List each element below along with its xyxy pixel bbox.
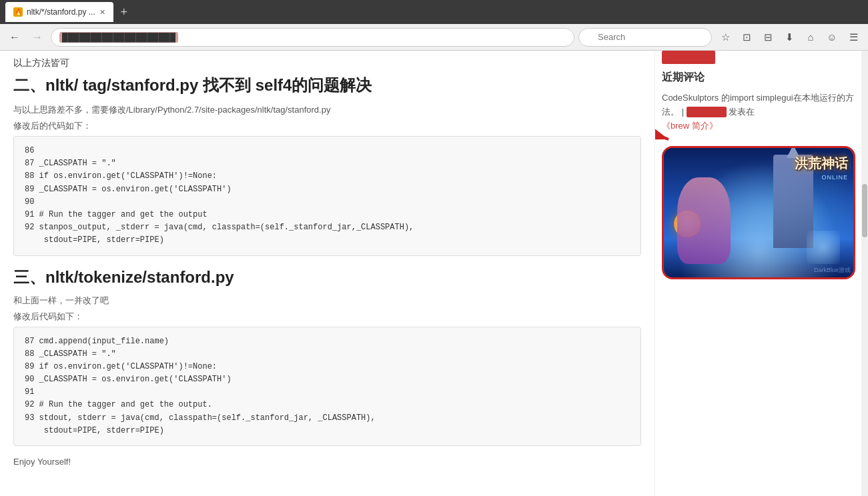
section3-sub2: 修改后代码如下： bbox=[13, 311, 641, 323]
main-content: 以上方法皆可 二、nltk/ tag/stanford.py 找不到 self4… bbox=[0, 51, 655, 496]
section3-heading: 三、nltk/tokenize/stanford.py bbox=[13, 267, 641, 288]
comment-action: 发表在 bbox=[729, 107, 755, 117]
game-glow bbox=[807, 231, 840, 264]
sidebar-comment: CodeSkulptors 的import simplegui在本地运行的方法。… bbox=[662, 91, 861, 133]
game-ad[interactable]: 洪荒神话 ONLINE DarkBlue游戏 bbox=[662, 146, 855, 279]
game-subtitle: ONLINE bbox=[795, 174, 848, 181]
reader-mode-button[interactable]: ⊡ bbox=[737, 28, 756, 47]
tab-title: nltk/*/stanford.py ... bbox=[27, 7, 95, 17]
back-button[interactable]: ← bbox=[5, 28, 24, 47]
new-tab-button[interactable]: + bbox=[116, 4, 132, 20]
tab-close-button[interactable]: ✕ bbox=[99, 8, 105, 17]
menu-button[interactable]: ☰ bbox=[844, 28, 863, 47]
section2-sub1: 与以上思路差不多，需要修改/Library/Python/2.7/site-pa… bbox=[13, 104, 641, 116]
section3-code: 87 cmd.append(input_file.name) 88 _CLASS… bbox=[13, 327, 641, 447]
address-text: ████████████████████ bbox=[59, 32, 178, 43]
comment-link[interactable]: 《brew 简介》 bbox=[662, 121, 718, 131]
enjoy-text: Enjoy Yourself! bbox=[13, 457, 641, 467]
game-ad-inner: 洪荒神话 ONLINE DarkBlue游戏 bbox=[664, 148, 853, 277]
browser-chrome: 🔥 nltk/*/stanford.py ... ✕ + bbox=[0, 0, 868, 24]
download-button[interactable]: ⬇ bbox=[780, 28, 799, 47]
forward-button[interactable]: → bbox=[28, 28, 47, 47]
tab-bar: 🔥 nltk/*/stanford.py ... ✕ + bbox=[5, 2, 132, 22]
intro-text: 以上方法皆可 bbox=[13, 57, 641, 69]
scrollbar-track[interactable] bbox=[861, 51, 868, 496]
game-title-area: 洪荒神话 ONLINE bbox=[795, 155, 848, 181]
sidebar: 近期评论 CodeSkulptors 的import simplegui在本地运… bbox=[655, 51, 868, 496]
game-title-text: 洪荒神话 bbox=[795, 155, 848, 173]
section2-sub2: 修改后的代码如下： bbox=[13, 120, 641, 132]
comment-author-redacted bbox=[687, 107, 729, 117]
sidebar-redacted-top bbox=[662, 51, 715, 64]
tab-favicon: 🔥 bbox=[13, 7, 23, 17]
user-button[interactable]: ☺ bbox=[823, 28, 841, 47]
page-layout: 以上方法皆可 二、nltk/ tag/stanford.py 找不到 self4… bbox=[0, 51, 868, 496]
ad-container: 洪荒神话 ONLINE DarkBlue游戏 bbox=[662, 146, 861, 279]
address-bar[interactable]: ████████████████████ bbox=[51, 28, 574, 47]
bookmark-button[interactable]: ⊟ bbox=[759, 28, 777, 47]
recent-comments-title: 近期评论 bbox=[662, 71, 861, 85]
section3-sub1: 和上面一样，一并改了吧 bbox=[13, 295, 641, 307]
comment-separator: | bbox=[682, 107, 687, 117]
bookmark-star-button[interactable]: ☆ bbox=[716, 28, 735, 47]
game-character bbox=[677, 177, 731, 264]
nav-bar: ← → ████████████████████ 🔍 ☆ ⊡ ⊟ ⬇ ⌂ ☺ ☰ bbox=[0, 24, 868, 51]
scrollbar-thumb[interactable] bbox=[862, 184, 867, 237]
section2-heading: 二、nltk/ tag/stanford.py 找不到 self4的问题解决 bbox=[13, 75, 641, 96]
active-tab[interactable]: 🔥 nltk/*/stanford.py ... ✕ bbox=[5, 2, 113, 22]
home-button[interactable]: ⌂ bbox=[801, 28, 820, 47]
author-redacted-box bbox=[687, 107, 727, 117]
section2-code: 86 87 _CLASSPATH = "." 88 if os.environ.… bbox=[13, 136, 641, 256]
search-input[interactable] bbox=[578, 28, 712, 47]
game-watermark: DarkBlue游戏 bbox=[814, 266, 851, 275]
nav-icons: ☆ ⊡ ⊟ ⬇ ⌂ ☺ ☰ bbox=[716, 28, 863, 47]
